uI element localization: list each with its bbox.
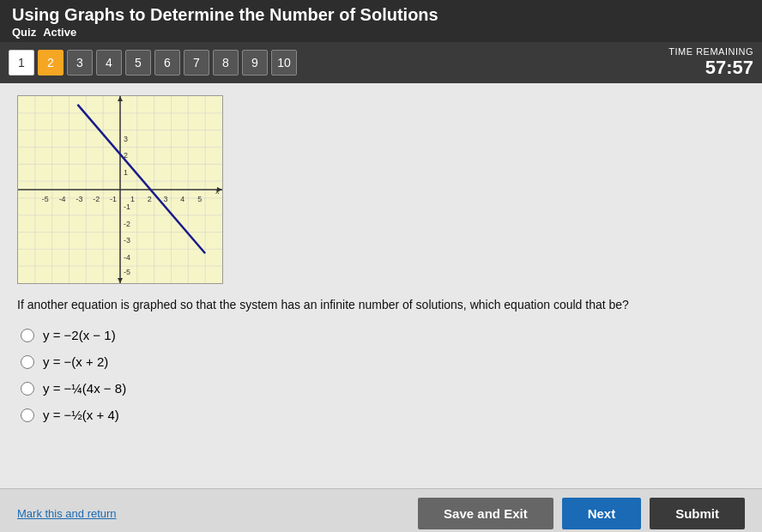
svg-text:x: x [215,187,220,196]
option-3-label[interactable]: y = −¼(4x − 8) [43,381,126,396]
radio-opt3[interactable] [21,382,34,396]
option-2-label[interactable]: y = −(x + 2) [43,354,108,369]
status-badge: Active [43,26,76,39]
svg-text:1: 1 [124,168,128,177]
navigation-bar: 1 2 3 4 5 6 7 8 9 10 TIME REMAINING 57:5… [0,42,762,83]
option-4[interactable]: y = −½(x + 4) [21,408,745,422]
bottom-bar: Mark this and return Save and Exit Next … [0,488,762,532]
nav-num-2[interactable]: 2 [38,50,64,76]
radio-opt4[interactable] [21,408,34,422]
svg-text:3: 3 [124,135,128,143]
mark-return-link[interactable]: Mark this and return [17,507,117,520]
header-sub: Quiz Active [12,26,750,39]
svg-text:3: 3 [164,195,168,203]
svg-text:-5: -5 [42,195,49,203]
next-button[interactable]: Next [562,498,642,529]
question-text: If another equation is graphed so that t… [17,296,745,314]
header: Using Graphs to Determine the Number of … [0,0,762,42]
svg-text:2: 2 [148,195,152,203]
nav-num-1[interactable]: 1 [9,50,34,76]
coordinate-graph: -5 -4 -3 -2 -1 1 2 3 4 5 x 3 2 1 -1 -2 -… [17,95,223,284]
submit-button[interactable]: Submit [650,498,745,529]
svg-text:-3: -3 [76,195,82,203]
svg-text:-2: -2 [93,195,100,203]
quiz-label: Quiz [12,26,36,39]
options-list: y = −2(x − 1) y = −(x + 2) y = −¼(4x − 8… [21,328,745,422]
option-4-label[interactable]: y = −½(x + 4) [43,408,119,422]
save-exit-button[interactable]: Save and Exit [418,498,553,529]
option-1-label[interactable]: y = −2(x − 1) [43,328,116,342]
radio-opt2[interactable] [21,355,34,369]
svg-text:5: 5 [197,195,202,203]
svg-text:4: 4 [180,195,184,203]
nav-num-9[interactable]: 9 [242,50,268,76]
option-3[interactable]: y = −¼(4x − 8) [21,381,745,396]
timer-label: TIME REMAINING [668,46,753,57]
svg-text:-4: -4 [124,253,130,262]
nav-num-3[interactable]: 3 [67,50,93,76]
main-content: -5 -4 -3 -2 -1 1 2 3 4 5 x 3 2 1 -1 -2 -… [0,83,762,532]
svg-text:-3: -3 [124,236,130,245]
nav-num-6[interactable]: 6 [154,50,180,76]
page-title: Using Graphs to Determine the Number of … [12,5,750,25]
option-2[interactable]: y = −(x + 2) [21,354,745,369]
svg-text:-1: -1 [124,203,130,211]
option-1[interactable]: y = −2(x − 1) [21,328,745,342]
graph-container: -5 -4 -3 -2 -1 1 2 3 4 5 x 3 2 1 -1 -2 -… [17,95,223,287]
svg-text:-4: -4 [59,195,66,203]
radio-opt1[interactable] [21,329,34,342]
svg-text:-5: -5 [124,268,130,276]
nav-num-7[interactable]: 7 [184,50,209,76]
timer-value: 57:57 [668,57,753,79]
timer: TIME REMAINING 57:57 [668,46,753,79]
nav-num-5[interactable]: 5 [125,50,151,76]
svg-text:1: 1 [130,195,135,203]
nav-num-10[interactable]: 10 [271,50,297,76]
svg-text:-2: -2 [124,220,130,228]
nav-num-8[interactable]: 8 [213,50,239,76]
svg-text:-1: -1 [110,195,117,203]
nav-num-4[interactable]: 4 [96,50,122,76]
